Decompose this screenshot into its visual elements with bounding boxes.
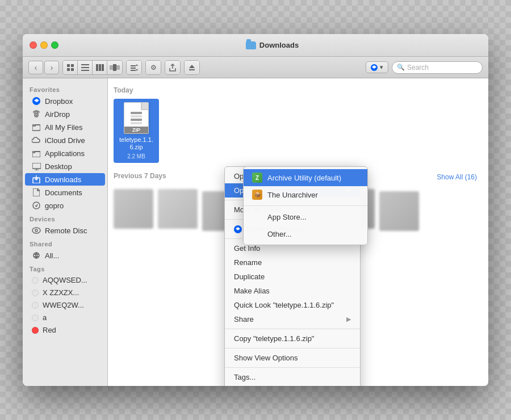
cm-separator-6 <box>225 367 360 368</box>
svg-rect-12 <box>116 65 120 70</box>
sm-other[interactable]: Other... <box>244 225 367 242</box>
cm-make-alias-label: Make Alias <box>234 287 270 295</box>
svg-marker-17 <box>136 69 138 71</box>
action-button[interactable]: ⚙ <box>146 61 161 74</box>
previous-label: Previous 7 Days <box>114 170 166 184</box>
dropbox-button[interactable]: ▾ <box>366 61 388 73</box>
sm-unarchiver-label: The Unarchiver <box>267 191 318 199</box>
view-columns-button[interactable] <box>93 61 107 74</box>
finder-window: Downloads ‹ › <box>23 34 488 386</box>
dropbox-icon <box>32 96 41 106</box>
all-my-files-icon <box>32 123 41 132</box>
arrange-button[interactable] <box>127 61 141 74</box>
sidebar-item-label: Applications <box>45 149 85 158</box>
arrange-button-group <box>126 60 142 75</box>
sidebar-item-airdrop[interactable]: AirDrop <box>25 108 105 120</box>
sm-archive-utility[interactable]: Z Archive Utility (default) <box>244 169 367 186</box>
zip-badge: ZIP <box>124 127 148 133</box>
sm-app-store[interactable]: App Store... <box>244 208 367 225</box>
other-icon <box>252 228 263 240</box>
eject-button[interactable] <box>185 61 199 74</box>
forward-button[interactable]: › <box>44 61 59 74</box>
svg-rect-7 <box>96 64 98 71</box>
sidebar-item-tag-x[interactable]: X ZZXZX... <box>25 287 105 299</box>
svg-rect-11 <box>113 64 116 71</box>
cm-make-alias[interactable]: Make Alias <box>225 284 360 298</box>
sidebar-item-label: All... <box>45 251 59 260</box>
svg-rect-13 <box>131 65 136 66</box>
downloads-icon <box>32 175 41 184</box>
sidebar-item-icloud-drive[interactable]: iCloud Drive <box>25 134 105 146</box>
nav-buttons: ‹ › <box>28 61 59 74</box>
cm-quick-look[interactable]: Quick Look "teletype.1.1.6.zip" <box>225 298 360 312</box>
cm-tags-label: Tags... <box>234 373 256 381</box>
title-area: Downloads <box>63 41 481 49</box>
sidebar-item-all-shared[interactable]: All... <box>25 249 105 262</box>
window-title: Downloads <box>259 41 299 49</box>
sidebar-item-applications[interactable]: Applications <box>25 147 105 159</box>
svg-rect-4 <box>81 64 89 65</box>
svg-marker-20 <box>372 65 376 69</box>
blurred-file-7 <box>379 191 419 231</box>
cm-copy[interactable]: Copy "teletype.1.1.6.zip" <box>225 331 360 346</box>
cm-copy-label: Copy "teletype.1.1.6.zip" <box>234 334 314 343</box>
svg-rect-14 <box>131 68 136 69</box>
airdrop-icon <box>32 110 41 119</box>
sidebar-item-documents[interactable]: Documents <box>25 186 105 199</box>
cm-duplicate[interactable]: Duplicate <box>225 270 360 284</box>
sidebar-item-label: Documents <box>45 188 82 197</box>
sidebar-item-tag-a[interactable]: a <box>25 312 105 324</box>
today-file-grid: ZIP teletype.1.1.6.zip 2.2 MB <box>114 99 483 163</box>
tag-color-dot-red <box>32 327 39 334</box>
cm-get-info-label: Get Info <box>234 244 260 253</box>
svg-rect-5 <box>81 67 89 68</box>
view-icons-button[interactable] <box>63 61 78 74</box>
sidebar-item-desktop[interactable]: Desktop <box>25 160 105 173</box>
sidebar-item-tag-aqqw[interactable]: AQQWSED... <box>25 274 105 286</box>
search-box[interactable]: 🔍 Search <box>392 61 483 74</box>
sidebar-item-remote-disc[interactable]: Remote Disc <box>25 224 105 237</box>
file-item-zip[interactable]: ZIP teletype.1.1.6.zip 2.2 MB <box>114 99 159 163</box>
sidebar-item-downloads[interactable]: Downloads <box>25 173 105 186</box>
tag-label: WWEQ2W... <box>43 301 84 309</box>
sidebar-item-all-my-files[interactable]: All My Files <box>25 121 105 133</box>
zip-stripe-4 <box>131 122 142 124</box>
today-label: Today <box>114 84 483 99</box>
sidebar-item-dropbox[interactable]: Dropbox <box>25 95 105 107</box>
share-button[interactable] <box>165 61 180 74</box>
cm-separator-4 <box>225 329 360 329</box>
sidebar-item-label: Dropbox <box>45 97 73 106</box>
svg-marker-18 <box>189 65 195 68</box>
cm-separator-5 <box>225 348 360 348</box>
tag-color-dot <box>32 289 39 296</box>
sm-separator-1 <box>244 205 367 206</box>
remote-disc-icon <box>32 226 41 235</box>
sidebar-item-tag-red[interactable]: Red <box>25 324 105 336</box>
sidebar-item-tag-wweq[interactable]: WWEQ2W... <box>25 299 105 311</box>
view-coverflow-button[interactable] <box>107 61 122 74</box>
svg-point-30 <box>33 202 40 209</box>
close-button[interactable] <box>30 41 37 49</box>
back-button[interactable]: ‹ <box>28 61 43 74</box>
cm-share[interactable]: Share ▶ <box>225 312 360 326</box>
show-all-link[interactable]: Show All (16) <box>431 172 483 182</box>
tags-color-row <box>225 384 360 386</box>
archive-utility-icon: Z <box>252 172 263 183</box>
sidebar-item-gopro[interactable]: gopro <box>25 199 105 212</box>
favorites-header: Favorites <box>23 83 107 94</box>
sm-unarchiver[interactable]: 📦 The Unarchiver <box>244 186 367 203</box>
cm-tags[interactable]: Tags... <box>225 370 360 384</box>
maximize-button[interactable] <box>51 41 58 49</box>
sidebar-item-label: gopro <box>45 201 64 210</box>
view-list-button[interactable] <box>78 61 93 74</box>
blurred-file-1 <box>114 189 153 229</box>
sidebar-item-label: All My Files <box>45 123 82 132</box>
svg-rect-3 <box>71 68 74 71</box>
tag-label: X ZZXZX... <box>43 288 79 297</box>
svg-rect-15 <box>131 70 136 71</box>
cm-view-options[interactable]: Show View Options <box>225 351 360 365</box>
app-store-icon <box>252 211 263 222</box>
cm-rename[interactable]: Rename <box>225 255 360 270</box>
sidebar-item-label: Downloads <box>45 175 81 184</box>
minimize-button[interactable] <box>40 41 48 49</box>
